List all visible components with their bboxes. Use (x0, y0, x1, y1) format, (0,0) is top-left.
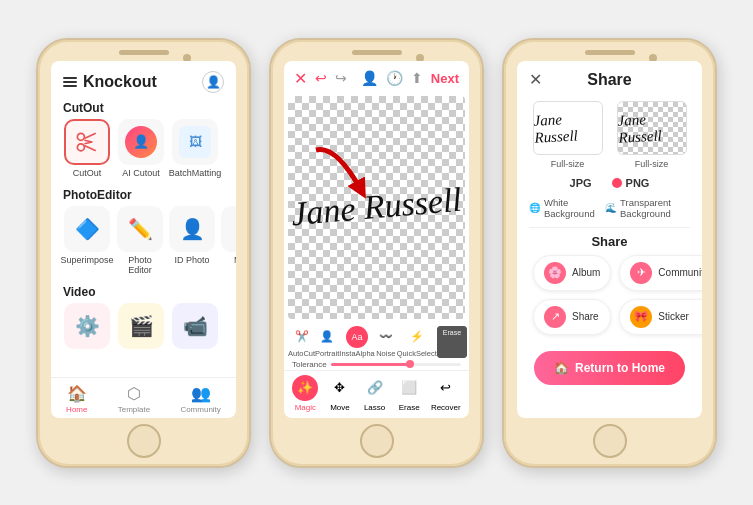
undo-icon[interactable]: ↩ (315, 70, 327, 86)
share-label: Share (572, 311, 599, 322)
magic-tool[interactable]: ✨ Magic (292, 375, 318, 412)
share-close-button[interactable]: ✕ (529, 70, 542, 89)
portrait-tool[interactable]: 👤 Portrait (315, 326, 339, 358)
tolerance-thumb[interactable] (406, 360, 414, 368)
album-button[interactable]: 🌸 Album (533, 255, 611, 291)
erase-button[interactable]: Erase (437, 326, 467, 358)
lasso-tool[interactable]: 🔗 Lasso (362, 375, 388, 412)
sticker-button[interactable]: 🎀 Sticker (619, 299, 702, 335)
user-avatar-icon[interactable]: 👤 (202, 71, 224, 93)
editor-canvas: Jane Russell (288, 96, 465, 319)
quick-select-tool[interactable]: ⚡ QuickSelect (397, 326, 437, 358)
compare-icon[interactable]: 👤 (361, 70, 378, 86)
auto-cut-tool[interactable]: ✂️ AutoCut (288, 326, 315, 358)
more-icon-box: ⋯ (221, 206, 236, 252)
return-home-label: Return to Home (575, 361, 665, 375)
close-icon[interactable]: ✕ (294, 69, 307, 88)
phone-1-header: Knockout 👤 (51, 61, 236, 97)
svg-line-5 (84, 142, 92, 144)
lasso-label: Lasso (364, 403, 385, 412)
jpg-format[interactable]: JPG (570, 177, 592, 189)
move-label: Move (330, 403, 350, 412)
cutout-label: CutOut (73, 168, 102, 178)
svg-point-1 (77, 143, 84, 150)
insta-alpha-tool[interactable]: Aa InstaAlpha (339, 326, 374, 358)
phone-3-speaker (585, 50, 635, 55)
jpg-signature: Jane Russell (533, 109, 603, 147)
phone-2-screen: ✕ ↩ ↪ 👤 🕐 ⬆ Next (284, 61, 469, 418)
share-buttons-grid: 🌸 Album ✈ Community ↗ Shar (517, 255, 702, 343)
more-item[interactable]: ⋯ Ma... (221, 206, 236, 275)
portrait-label: Portrait (315, 349, 339, 358)
hamburger-icon[interactable] (63, 77, 77, 87)
album-label: Album (572, 267, 600, 278)
video-item-3[interactable]: 📹 (171, 303, 219, 349)
svg-line-3 (84, 145, 95, 150)
phone-2-home-button[interactable] (360, 424, 394, 458)
return-home-button[interactable]: 🏠 Return to Home (534, 351, 685, 385)
video-item-2[interactable]: 🎬 (117, 303, 165, 349)
tolerance-slider[interactable] (331, 363, 461, 366)
png-format[interactable]: PNG (612, 177, 650, 189)
superimpose-item[interactable]: 🔷 Superimpose (63, 206, 111, 275)
png-label: PNG (626, 177, 650, 189)
noise-label: Noise (376, 349, 395, 358)
app-title: Knockout (83, 73, 157, 91)
video-grid: ⚙️ 🎬 📹 (51, 301, 236, 355)
ai-cutout-item[interactable]: 👤 AI Cutout (117, 119, 165, 178)
nav-template-label: Template (118, 405, 150, 414)
phone-3-share-screen: ✕ Share Jane Russell Full-size Jane Russ… (517, 61, 702, 418)
community-icon: 👥 (191, 384, 211, 403)
share-divider (529, 227, 690, 228)
transparent-bg-option[interactable]: 🌊 Transparent Background (605, 197, 690, 219)
phone-1-speaker (119, 50, 169, 55)
nav-community[interactable]: 👥 Community (180, 384, 220, 414)
png-preview: Jane Russell Full-size (617, 101, 687, 169)
nav-template[interactable]: ⬡ Template (118, 384, 150, 414)
id-photo-label: ID Photo (174, 255, 209, 265)
phone-1-home-button[interactable] (127, 424, 161, 458)
recover-tool[interactable]: ↩ Recover (431, 375, 461, 412)
batch-matting-icon: 🖼 (179, 126, 211, 158)
more-label: Ma... (234, 255, 236, 265)
transparent-bg-icon: 🌊 (605, 202, 617, 213)
lasso-icon: 🔗 (362, 375, 388, 401)
video-icon-3: 📹 (172, 303, 218, 349)
jpg-preview: Jane Russell Full-size (533, 101, 603, 169)
next-button[interactable]: Next (431, 71, 459, 86)
tolerance-label: Tolerance (292, 360, 327, 369)
white-bg-icon: 🌐 (529, 202, 541, 213)
community-button[interactable]: ✈ Community (619, 255, 702, 291)
share-button[interactable]: ↗ Share (533, 299, 611, 335)
history-icon[interactable]: 🕐 (386, 70, 403, 86)
id-photo-item[interactable]: 👤 ID Photo (169, 206, 215, 275)
cutout-item[interactable]: CutOut (63, 119, 111, 178)
transparent-bg-label: Transparent Background (620, 197, 690, 219)
magic-label: Magic (295, 403, 316, 412)
redo-icon[interactable]: ↪ (335, 70, 347, 86)
batch-matting-item[interactable]: 🖼 BatchMatting (171, 119, 219, 178)
jpg-preview-label: Full-size (551, 159, 585, 169)
portrait-icon: 👤 (316, 326, 338, 348)
phone-3-home-button[interactable] (593, 424, 627, 458)
white-bg-option[interactable]: 🌐 White Background (529, 197, 595, 219)
noise-tool[interactable]: 〰️ Noise (375, 326, 397, 358)
png-signature: Jane Russell (617, 109, 687, 147)
superimpose-label: Superimpose (60, 255, 113, 265)
video-item-1[interactable]: ⚙️ (63, 303, 111, 349)
svg-point-0 (77, 133, 84, 140)
share-icon[interactable]: ⬆ (411, 70, 423, 86)
return-home-icon: 🏠 (554, 361, 569, 375)
photo-editor-item[interactable]: ✏️ Photo Editor (117, 206, 163, 275)
phone-2-editor-screen: ✕ ↩ ↪ 👤 🕐 ⬆ Next (284, 61, 469, 418)
move-tool[interactable]: ✥ Move (327, 375, 353, 412)
nav-home-label: Home (66, 405, 87, 414)
nav-home[interactable]: 🏠 Home (66, 384, 87, 414)
background-options: 🌐 White Background 🌊 Transparent Backgro… (517, 193, 702, 223)
phone-2-speaker (352, 50, 402, 55)
batch-matting-icon-box: 🖼 (172, 119, 218, 165)
erase-tool[interactable]: ⬜ Erase (396, 375, 422, 412)
auto-cut-icon: ✂️ (291, 326, 313, 348)
return-wrap: 🏠 Return to Home (517, 343, 702, 401)
batch-matting-label: BatchMatting (169, 168, 222, 178)
